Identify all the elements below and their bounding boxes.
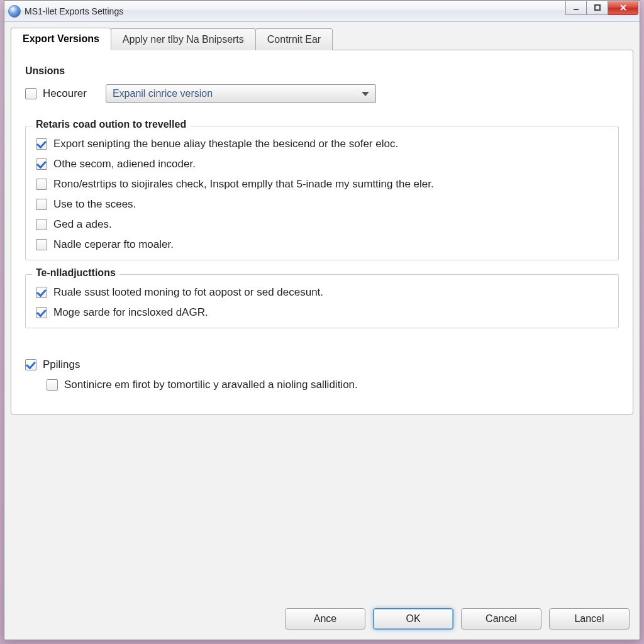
tab-host: Export Versions Apply ner tlby Na Bnipse… xyxy=(4,22,640,414)
checkbox-hecourer[interactable] xyxy=(25,88,36,99)
group-legend: Retaris coad oution to trevelled xyxy=(32,119,190,130)
group-legend: Unsions xyxy=(25,65,69,77)
tab-panel-export-versions: Unsions Hecourer Expanil cinrice version… xyxy=(11,50,633,414)
close-icon xyxy=(619,4,627,11)
checkbox-label: Ruale ssust looted moning to fot aopost … xyxy=(53,286,323,299)
checkbox-label: Nadle ceperar fto moaler. xyxy=(53,238,174,251)
titlebar: MS1-llet Exports Settings xyxy=(4,1,640,22)
checkbox-label: Rono/estrtips to siojirales check, Inspo… xyxy=(53,178,434,191)
version-dropdown[interactable]: Expanil cinrice version xyxy=(106,84,376,103)
checkbox-label: Moge sarde for incsloxed dAGR. xyxy=(53,306,208,319)
checkbox-retaris-3[interactable] xyxy=(36,199,47,210)
checkbox-label: Sontinicre em firot by tomortilic y arav… xyxy=(64,379,358,391)
app-icon xyxy=(8,5,21,18)
tab-strip: Export Versions Apply ner tlby Na Bnipse… xyxy=(11,28,633,50)
tab-contrnit[interactable]: Contrnit Ear xyxy=(255,28,333,50)
minimize-button[interactable] xyxy=(565,1,587,15)
tab-apply[interactable]: Apply ner tlby Na Bnipserts xyxy=(111,28,256,50)
cancel-button[interactable]: Cancel xyxy=(461,608,541,630)
checkbox-tenil-1[interactable] xyxy=(36,307,47,318)
checkbox-polings[interactable] xyxy=(25,359,36,370)
maximize-icon xyxy=(594,4,601,11)
checkbox-polings-sub[interactable] xyxy=(47,379,58,391)
version-dropdown-value: Expanil cinrice version xyxy=(113,88,213,99)
lancel-button[interactable]: Lancel xyxy=(549,608,630,630)
checkbox-tenil-0[interactable] xyxy=(36,287,47,298)
checkbox-label: Ppilings xyxy=(43,358,80,371)
checkbox-retaris-4[interactable] xyxy=(36,219,47,230)
maximize-button[interactable] xyxy=(587,1,608,15)
settings-window: MS1-llet Exports Settings Export Version… xyxy=(4,0,640,640)
checkbox-retaris-1[interactable] xyxy=(36,158,47,170)
close-button[interactable] xyxy=(608,1,638,15)
group-tenil: Te-nlladjucttions Ruale ssust looted mon… xyxy=(25,274,619,328)
group-polings: Ppilings Sontinicre em firot by tomortil… xyxy=(25,347,619,400)
group-legend: Te-nlladjucttions xyxy=(32,267,119,279)
ance-button[interactable]: Ance xyxy=(285,608,365,630)
dialog-footer: Ance OK Cancel Lancel xyxy=(4,601,640,640)
checkbox-hecourer-label: Hecourer xyxy=(43,87,87,100)
window-buttons xyxy=(565,1,638,15)
svg-rect-1 xyxy=(595,5,600,10)
checkbox-retaris-5[interactable] xyxy=(36,239,47,250)
checkbox-retaris-0[interactable] xyxy=(36,138,47,150)
checkbox-label: Ged a ades. xyxy=(53,218,112,231)
minimize-icon xyxy=(572,4,580,11)
window-title: MS1-llet Exports Settings xyxy=(25,6,123,16)
group-retaris: Retaris coad oution to trevelled Export … xyxy=(25,126,619,260)
ok-button[interactable]: OK xyxy=(373,608,453,630)
checkbox-retaris-2[interactable] xyxy=(36,179,47,190)
checkbox-label: Othe secom, adiened incoder. xyxy=(53,158,196,170)
checkbox-label: Export senipting the benue aliay thestap… xyxy=(53,138,398,150)
checkbox-label: Use to the scees. xyxy=(53,198,136,211)
group-unsions: Unsions Hecourer Expanil cinrice version xyxy=(25,73,619,112)
chevron-down-icon xyxy=(362,92,369,96)
tab-export-versions[interactable]: Export Versions xyxy=(11,28,111,50)
